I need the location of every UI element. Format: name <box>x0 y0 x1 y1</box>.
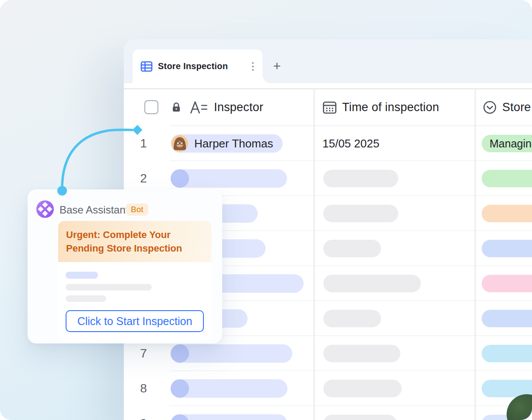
text-placeholder <box>66 284 152 290</box>
tab-title: Store Inspection <box>158 61 228 71</box>
store-placeholder <box>482 205 532 222</box>
store-placeholder <box>482 170 532 187</box>
select-all-checkbox[interactable] <box>144 100 158 114</box>
start-inspection-button[interactable]: Click to Start Inspection <box>66 310 204 332</box>
table-row[interactable]: 8 <box>124 371 532 406</box>
message-title: Urgent: Complete Your Pending Store Insp… <box>66 228 203 255</box>
inspector-cell[interactable]: Harper Thomas <box>171 134 283 153</box>
kebab-menu-icon[interactable] <box>250 60 256 73</box>
row-number: 8 <box>134 371 153 406</box>
store-placeholder <box>482 310 532 327</box>
avatar-placeholder <box>171 344 189 363</box>
avatar-placeholder <box>171 169 189 188</box>
row-number: 1 <box>134 126 153 161</box>
inspector-placeholder <box>171 414 287 420</box>
time-placeholder <box>323 380 402 397</box>
inspector-placeholder <box>171 169 287 188</box>
tab-corner-flare <box>262 75 270 83</box>
base-assistant-logo-icon <box>36 200 54 218</box>
single-select-icon <box>483 100 497 115</box>
store-placeholder <box>482 240 532 257</box>
text-placeholder <box>66 295 106 302</box>
page: Store Inspection + I <box>0 0 532 420</box>
avatar <box>172 135 188 152</box>
inspector-placeholder <box>171 344 292 363</box>
column-label: Time of inspection <box>342 101 439 114</box>
text-field-type-icon <box>190 101 207 114</box>
column-header-store[interactable]: Store <box>483 88 531 126</box>
time-placeholder <box>323 310 381 327</box>
calendar-icon <box>322 100 337 115</box>
column-header-time[interactable]: Time of inspection <box>322 88 439 126</box>
message-header: Urgent: Complete Your Pending Store Insp… <box>58 221 211 262</box>
time-placeholder <box>323 170 398 187</box>
time-cell[interactable]: 15/05 2025 <box>322 126 379 161</box>
store-cell[interactable]: Managing <box>482 135 532 152</box>
assistant-card: Base Assistant Bot Urgent: Complete Your… <box>28 189 222 343</box>
message-body: Click to Start Inspection <box>58 262 211 341</box>
inspector-name: Harper Thomas <box>194 137 273 150</box>
column-label: Store <box>502 101 531 114</box>
time-placeholder <box>323 240 381 257</box>
lock-icon <box>172 102 181 112</box>
assistant-name: Base Assistant <box>60 204 128 216</box>
grid-table-icon <box>140 61 153 72</box>
text-placeholder <box>66 272 98 279</box>
time-placeholder <box>323 345 400 362</box>
add-tab-button[interactable]: + <box>270 59 284 74</box>
table-row[interactable]: 1 <box>124 126 532 161</box>
avatar-placeholder <box>171 379 189 398</box>
column-label: Inspector <box>214 101 263 114</box>
inspector-placeholder <box>171 379 287 398</box>
message-bubble: Urgent: Complete Your Pending Store Insp… <box>58 221 211 341</box>
time-placeholder <box>323 275 421 292</box>
store-placeholder <box>482 275 532 292</box>
row-number: 9 <box>134 406 153 420</box>
table-row[interactable]: 9 <box>124 406 532 420</box>
store-placeholder <box>482 345 532 362</box>
avatar-placeholder <box>171 414 189 420</box>
table-header: Inspector Time of inspection Store <box>124 88 532 126</box>
column-header-inspector[interactable]: Inspector <box>144 88 263 126</box>
bot-badge: Bot <box>126 203 148 216</box>
time-placeholder <box>323 205 398 222</box>
time-placeholder <box>323 415 397 420</box>
tab-store-inspection[interactable]: Store Inspection <box>133 49 262 83</box>
